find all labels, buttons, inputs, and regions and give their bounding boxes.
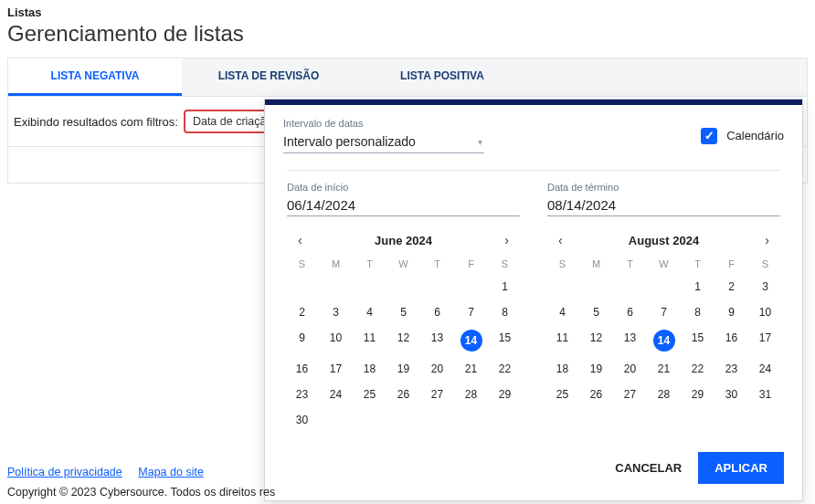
interval-label: Intervalo de datas [283,118,484,129]
calendar-start: Data de início 06/14/2024 ‹ June 2024 › … [287,182,520,184]
calendar-checkbox[interactable]: ✓ [701,128,717,144]
calendar-checkbox-label: Calendário [726,129,784,142]
tab-negative[interactable]: LISTA NEGATIVA [8,58,182,96]
interval-select[interactable]: Intervalo personalizado ▾ [283,131,484,153]
tabs: LISTA NEGATIVA LISTA DE REVISÃO LISTA PO… [7,58,808,97]
filter-label: Exibindo resultados com filtros: [14,115,178,129]
page-title: Gerenciamento de listas [7,21,808,47]
calendar-end: Data de término 08/14/2024 ‹ August 2024… [547,182,780,184]
start-date-label: Data de início [287,182,520,184]
end-date-label: Data de término [547,182,780,184]
chevron-down-icon: ▾ [478,137,482,147]
breadcrumb: Listas [7,5,808,19]
interval-value: Intervalo personalizado [283,134,416,149]
tab-positive[interactable]: LISTA POSITIVA [355,58,529,96]
tab-review[interactable]: LISTA DE REVISÃO [182,58,355,96]
date-range-popover: Intervalo de datas Intervalo personaliza… [264,99,803,184]
